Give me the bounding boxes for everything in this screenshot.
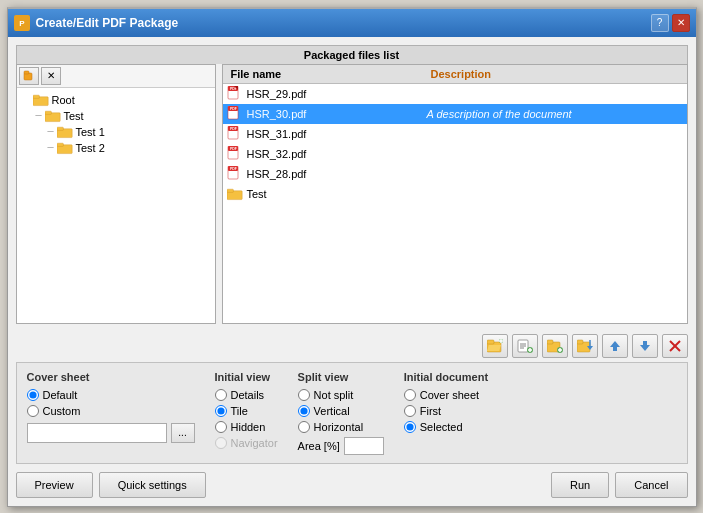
file-name: HSR_29.pdf <box>247 88 427 100</box>
initial-view-title: Initial view <box>215 371 278 383</box>
initial-view-details-radio[interactable] <box>215 389 227 401</box>
tree-item-root[interactable]: Root <box>19 92 213 108</box>
split-view-horizontal-label[interactable]: Horizontal <box>314 421 364 433</box>
window-controls: ? ✕ <box>651 14 690 32</box>
initial-doc-selected-radio[interactable] <box>404 421 416 433</box>
svg-marker-54 <box>640 345 650 351</box>
cover-sheet-browse-button[interactable]: ... <box>171 423 195 443</box>
split-view-horizontal-radio[interactable] <box>298 421 310 433</box>
tree-item-test1[interactable]: ─ Test 1 <box>43 124 213 140</box>
move-up-icon <box>607 339 623 353</box>
quick-settings-button[interactable]: Quick settings <box>99 472 206 498</box>
help-button[interactable]: ? <box>651 14 669 32</box>
tree-label-test2: Test 2 <box>76 142 105 154</box>
file-row[interactable]: PDF HSR_31.pdf <box>223 124 687 144</box>
folder-name: Test <box>247 188 267 200</box>
tree-expand-root <box>21 94 33 106</box>
tree-label-root: Root <box>52 94 75 106</box>
file-row-selected[interactable]: PDF HSR_30.pdf A description of the docu… <box>223 104 687 124</box>
new-folder-button[interactable] <box>542 334 568 358</box>
initial-view-hidden-label[interactable]: Hidden <box>231 421 266 433</box>
initial-view-details-row: Details <box>215 389 278 401</box>
file-desc: A description of the document <box>427 108 683 120</box>
svg-marker-52 <box>610 341 620 347</box>
initial-view-tile-label[interactable]: Tile <box>231 405 248 417</box>
bottom-right-buttons: Run Cancel <box>551 472 687 498</box>
svg-text:PDF: PDF <box>230 147 238 151</box>
bottom-left-buttons: Preview Quick settings <box>16 472 206 498</box>
cover-sheet-path-input[interactable] <box>27 423 167 443</box>
folder-icon-test <box>45 109 61 123</box>
pdf-icon: PDF <box>227 86 243 102</box>
folder-icon <box>227 186 243 202</box>
cover-sheet-custom-radio[interactable] <box>27 405 39 417</box>
svg-rect-55 <box>643 341 647 345</box>
initial-doc-selected-label[interactable]: Selected <box>420 421 463 433</box>
split-view-area-input[interactable] <box>344 437 384 455</box>
split-view-area-label: Area [%] <box>298 440 340 452</box>
remove-button[interactable] <box>662 334 688 358</box>
initial-doc-cover-label[interactable]: Cover sheet <box>420 389 479 401</box>
split-view-group: Split view Not split Vertical Horizontal… <box>298 371 384 455</box>
file-name: HSR_32.pdf <box>247 148 427 160</box>
tree-panel: ✕ Root ─ <box>16 64 216 324</box>
col-header-filename: File name <box>227 67 427 81</box>
folder-row[interactable]: Test <box>223 184 687 204</box>
app-icon: P <box>14 15 30 31</box>
pdf-icon: PDF <box>227 166 243 182</box>
cover-sheet-path-row: ... <box>27 423 195 443</box>
initial-view-tile-row: Tile <box>215 405 278 417</box>
file-row[interactable]: PDF HSR_32.pdf <box>223 144 687 164</box>
preview-button[interactable]: Preview <box>16 472 93 498</box>
folder-icon-root <box>33 93 49 107</box>
folder-icon-test2 <box>57 141 73 155</box>
initial-view-tile-radio[interactable] <box>215 405 227 417</box>
close-button[interactable]: ✕ <box>672 14 690 32</box>
split-view-not-split-label[interactable]: Not split <box>314 389 354 401</box>
open-folder-button[interactable] <box>482 334 508 358</box>
file-row[interactable]: PDF HSR_28.pdf <box>223 164 687 184</box>
middle-toolbar <box>16 330 688 362</box>
pdf-icon: PDF <box>227 146 243 162</box>
move-down-button[interactable] <box>632 334 658 358</box>
initial-view-details-label[interactable]: Details <box>231 389 265 401</box>
initial-doc-first-radio[interactable] <box>404 405 416 417</box>
initial-doc-first-label[interactable]: First <box>420 405 441 417</box>
initial-document-title: Initial document <box>404 371 488 383</box>
add-files-button[interactable] <box>512 334 538 358</box>
tree-item-test[interactable]: ─ Test <box>31 108 213 124</box>
extract-button[interactable] <box>572 334 598 358</box>
initial-view-hidden-radio[interactable] <box>215 421 227 433</box>
tree-expand-btn[interactable] <box>19 67 39 85</box>
move-up-button[interactable] <box>602 334 628 358</box>
split-view-vertical-radio[interactable] <box>298 405 310 417</box>
initial-view-navigator-radio[interactable] <box>215 437 227 449</box>
move-down-icon <box>637 339 653 353</box>
cover-sheet-custom-label[interactable]: Custom <box>43 405 81 417</box>
split-view-not-split-radio[interactable] <box>298 389 310 401</box>
cover-sheet-default-label[interactable]: Default <box>43 389 78 401</box>
initial-doc-cover-row: Cover sheet <box>404 389 488 401</box>
tree-item-test2[interactable]: ─ Test 2 <box>43 140 213 156</box>
folder-icon-test1 <box>57 125 73 139</box>
run-button[interactable]: Run <box>551 472 609 498</box>
pdf-icon: PDF <box>227 106 243 122</box>
split-view-vertical-row: Vertical <box>298 405 384 417</box>
split-view-vertical-label[interactable]: Vertical <box>314 405 350 417</box>
tree-label-test: Test <box>64 110 84 122</box>
svg-text:P: P <box>19 19 25 28</box>
title-bar-left: P Create/Edit PDF Package <box>14 15 179 31</box>
cancel-button[interactable]: Cancel <box>615 472 687 498</box>
file-panel: File name Description PDF HSR_29.pdf <box>222 64 688 324</box>
extract-icon <box>577 339 593 353</box>
initial-doc-cover-radio[interactable] <box>404 389 416 401</box>
split-view-not-split-row: Not split <box>298 389 384 401</box>
split-view-area-row: Area [%] <box>298 437 384 455</box>
split-view-title: Split view <box>298 371 384 383</box>
tree-collapse-btn[interactable]: ✕ <box>41 67 61 85</box>
svg-text:PDF: PDF <box>230 167 238 171</box>
cover-sheet-default-radio[interactable] <box>27 389 39 401</box>
cover-sheet-group: Cover sheet Default Custom ... <box>27 371 195 455</box>
file-row[interactable]: PDF HSR_29.pdf <box>223 84 687 104</box>
window-title: Create/Edit PDF Package <box>36 16 179 30</box>
